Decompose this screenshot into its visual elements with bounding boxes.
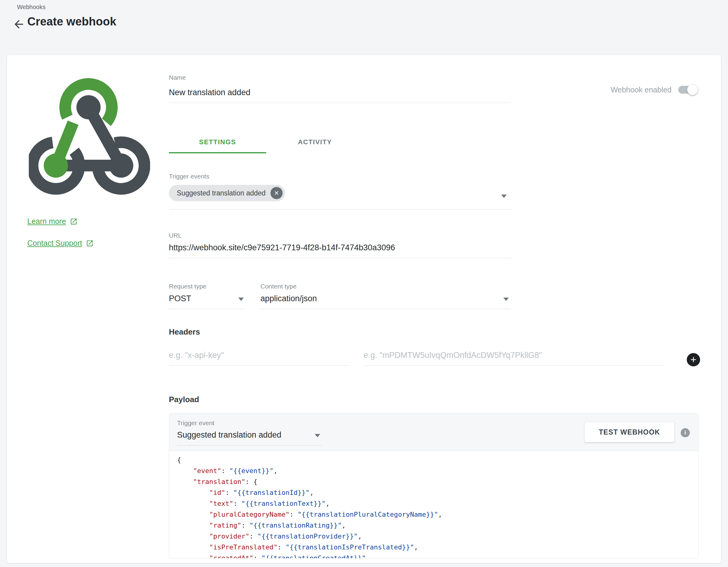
create-webhook-card: Learn more Contact Support Name Webhook … <box>7 55 721 563</box>
tab-settings[interactable]: SETTINGS <box>169 131 266 153</box>
content-type-select[interactable]: application/json <box>260 294 511 309</box>
open-in-new-icon <box>86 240 94 247</box>
webhook-enabled-row: Webhook enabled <box>611 84 697 95</box>
contact-support-label: Contact Support <box>27 239 82 248</box>
webhook-enabled-toggle[interactable] <box>678 86 697 94</box>
chevron-down-icon <box>503 297 509 301</box>
webhook-logo-icon <box>29 77 150 197</box>
header-value-input[interactable] <box>364 350 663 366</box>
header-key-input[interactable] <box>169 350 350 366</box>
webhook-logo <box>29 77 150 198</box>
trigger-event-label: Trigger event <box>177 419 214 427</box>
active-tab-indicator <box>169 152 266 153</box>
content-type-label: Content type <box>260 283 297 290</box>
name-input[interactable] <box>169 88 511 103</box>
content-type-value: application/json <box>260 294 317 303</box>
learn-more-label: Learn more <box>27 217 66 226</box>
trigger-event-select[interactable]: Suggested translation added <box>177 430 322 445</box>
request-type-value: POST <box>169 294 191 303</box>
open-in-new-icon <box>70 218 78 226</box>
chip-remove-icon[interactable]: ✕ <box>270 187 283 199</box>
trigger-event-value: Suggested translation added <box>177 430 281 439</box>
name-label: Name <box>169 74 186 81</box>
trigger-events-underline <box>169 209 511 210</box>
page-title: Create webhook <box>27 15 116 28</box>
learn-more-link[interactable]: Learn more <box>27 217 78 226</box>
info-icon[interactable]: i <box>681 428 690 437</box>
trigger-event-chip[interactable]: Suggested translation added ✕ <box>169 185 285 201</box>
url-input[interactable] <box>169 243 511 258</box>
tab-activity[interactable]: ACTIVITY <box>266 131 364 153</box>
breadcrumb[interactable]: Webhooks <box>17 4 45 11</box>
webhook-enabled-label: Webhook enabled <box>611 86 672 94</box>
back-button[interactable] <box>12 17 26 32</box>
chevron-down-icon <box>238 297 244 301</box>
chevron-down-icon <box>315 434 320 437</box>
test-webhook-button[interactable]: TEST WEBHOOK <box>584 422 675 442</box>
chip-label: Suggested translation added <box>177 189 266 197</box>
request-type-select[interactable]: POST <box>169 294 246 309</box>
trigger-events-dropdown-icon[interactable] <box>501 195 507 198</box>
toggle-knob <box>687 84 698 95</box>
arrow-left-icon <box>12 18 25 31</box>
payload-code[interactable]: { "event": "{{event}}", "translation": {… <box>169 451 698 559</box>
contact-support-link[interactable]: Contact Support <box>27 239 94 248</box>
request-type-label: Request type <box>169 283 206 290</box>
payload-panel: Trigger event Suggested translation adde… <box>169 413 699 559</box>
payload-panel-header: Trigger event Suggested translation adde… <box>169 413 698 451</box>
headers-section-title: Headers <box>169 327 200 337</box>
trigger-events-label: Trigger events <box>169 173 209 180</box>
payload-section-title: Payload <box>169 395 199 404</box>
add-header-button[interactable]: + <box>687 353 700 366</box>
url-label: URL <box>169 232 182 239</box>
